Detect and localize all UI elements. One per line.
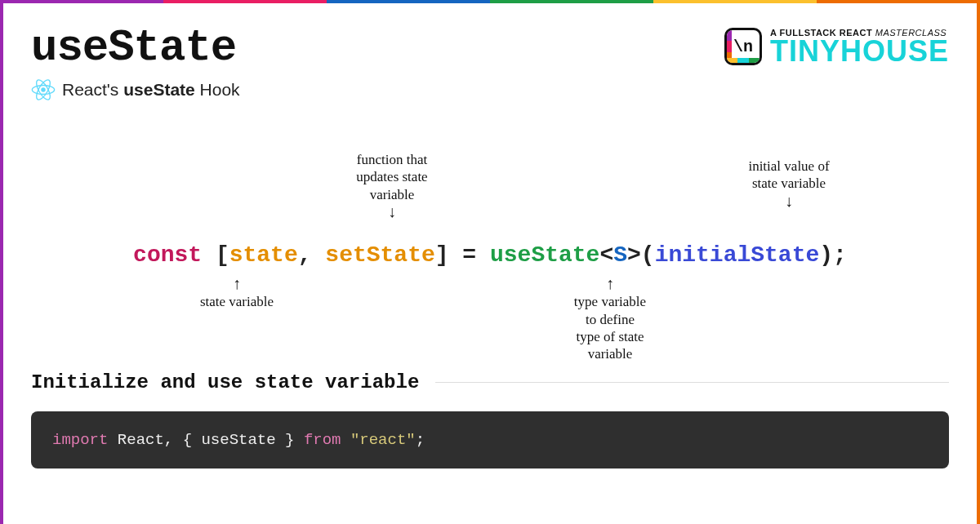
tok-close: ] (435, 242, 463, 268)
subtitle-suffix: Hook (195, 80, 240, 99)
tok-lparen: ( (641, 242, 655, 268)
tok-semi: ; (833, 242, 847, 268)
cb-from: from (304, 431, 341, 449)
brand-name: TINYHOUSE (770, 38, 949, 65)
annotation-text: initial value ofstate variable (748, 158, 829, 191)
stripe (0, 0, 163, 3)
section-header-row: Initialize and use state variable (3, 371, 977, 393)
tok-comma: , (298, 242, 326, 268)
tok-open: [ (202, 242, 229, 268)
logo-stripe (749, 58, 760, 63)
tok-eq: = (462, 242, 490, 268)
tok-setstate: setState (325, 242, 434, 268)
arrow-up-icon: ↑ (233, 274, 241, 292)
svg-point-0 (41, 87, 45, 91)
annotation-text: type variableto definetype of statevaria… (574, 294, 646, 362)
tok-const: const (133, 242, 202, 268)
logo-stripe (727, 58, 737, 63)
section-divider (435, 382, 949, 383)
stripe (653, 0, 817, 3)
logo-stripe (737, 58, 748, 63)
logo-stripe (727, 41, 732, 51)
tok-state: state (229, 242, 298, 268)
cb-module: "react" (350, 431, 416, 449)
page-subtitle: React's useState Hook (62, 80, 240, 100)
code-signature: const [state, setState] = useState<S>(in… (65, 242, 915, 268)
slide-page: useState React's useState Hook (0, 0, 980, 524)
code-block: import React, { useState } from "react"; (31, 411, 949, 468)
cb-semi: ; (416, 431, 425, 449)
brand-logo-strip (727, 58, 760, 63)
tok-lt: < (599, 242, 613, 268)
tok-s: S (613, 242, 627, 268)
stripe (163, 0, 327, 3)
header: useState React's useState Hook (3, 3, 977, 102)
logo-stripe (727, 30, 732, 41)
arrow-up-icon: ↑ (606, 274, 614, 292)
section-title: Initialize and use state variable (31, 371, 419, 393)
page-title: useState (31, 23, 240, 73)
stripe (327, 0, 490, 3)
stripe (817, 0, 980, 3)
brand-logo-glyph: \n (733, 38, 753, 56)
annotation-state: ↑ state variable (163, 275, 310, 311)
cb-import: import (52, 431, 108, 449)
cb-react: React, { useState } (108, 431, 303, 449)
title-block: useState React's useState Hook (31, 23, 240, 102)
react-icon (31, 78, 56, 102)
subtitle-prefix: React's (62, 80, 123, 99)
brand-text: A FULLSTACK REACT MASTERCLASS TINYHOUSE (770, 28, 949, 65)
annotation-setstate: function thatupdates statevariable ↓ (310, 151, 474, 221)
syntax-diagram: function thatupdates statevariable ↓ ini… (65, 151, 915, 363)
annotation-text: state variable (200, 294, 274, 309)
tok-gt: > (627, 242, 641, 268)
arrow-down-icon: ↓ (785, 192, 793, 210)
arrow-down-icon: ↓ (388, 202, 396, 220)
subtitle-bold: useState (123, 80, 195, 99)
tok-usestate: useState (490, 242, 599, 268)
cb-space (341, 431, 350, 449)
tok-rparen: ) (819, 242, 833, 268)
brand-block: \n A FULLSTACK REACT MASTERCLASS TINYHOU… (724, 23, 949, 65)
annotation-text: function thatupdates statevariable (356, 152, 427, 202)
stripe (490, 0, 653, 3)
annotation-initial: initial value ofstate variable ↓ (707, 158, 871, 211)
top-color-bar (0, 0, 980, 3)
annotation-type: ↑ type variableto definetype of statevar… (528, 275, 692, 362)
tok-initialstate: initialState (655, 242, 820, 268)
brand-logo: \n (724, 28, 762, 65)
subtitle-row: React's useState Hook (31, 78, 240, 102)
